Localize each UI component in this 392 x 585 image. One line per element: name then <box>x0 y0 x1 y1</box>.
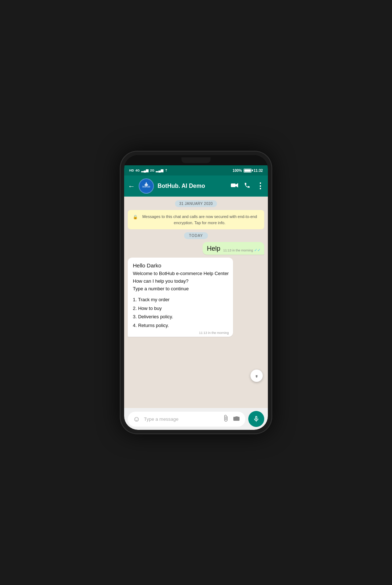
message-input-container[interactable]: ☺ Type a message <box>128 412 245 427</box>
mic-button[interactable] <box>248 411 264 427</box>
hd-badge: HD <box>129 169 134 172</box>
header-actions: ⋮ <box>231 181 264 191</box>
status-right: 100% 11:32 <box>233 169 263 173</box>
received-text: Hello Darko Welcome to BotHub e-commerce… <box>133 261 229 292</box>
battery-percent: 100% <box>233 169 242 173</box>
received-footer: 11:13 in the morning <box>133 331 229 335</box>
signal-bars-1: ▂▄▆ <box>141 169 148 172</box>
svg-rect-2 <box>231 183 236 187</box>
battery-icon <box>244 169 252 173</box>
menu-list: 1. Track my order 2. How to buy 3. Deliv… <box>133 295 229 330</box>
camera-notch <box>181 157 211 163</box>
date-chip: 31 JANUARY 2020 <box>175 200 217 207</box>
avatar[interactable]: bothub <box>139 178 154 194</box>
mic-icon <box>253 415 260 423</box>
2g-signal: 2G <box>150 169 154 172</box>
status-bar: HD 4G ▂▄▆ 2G ▂▄▆ ⇡ 100% 11:32 <box>124 165 268 176</box>
chat-header: ← bothub BotHub. AI Demo <box>124 176 268 197</box>
phone-top-bar <box>124 155 268 165</box>
header-info: BotHub. AI Demo <box>158 183 227 189</box>
status-left: HD 4G ▂▄▆ 2G ▂▄▆ ⇡ <box>129 169 168 172</box>
sent-time: 11:13 in the morning <box>223 249 253 252</box>
emoji-icon[interactable]: ☺ <box>133 415 140 423</box>
4g-signal: 4G <box>135 169 140 172</box>
signal-bars-2: ▂▄▆ <box>156 169 163 172</box>
message-sent-help: Help 11:13 in the morning ✓✓ <box>203 242 264 255</box>
more-options-icon[interactable]: ⋮ <box>256 181 264 191</box>
greeting-line: Hello Darko <box>133 261 229 270</box>
received-time: 11:13 in the morning <box>199 331 229 335</box>
scroll-down-button[interactable] <box>250 370 263 382</box>
menu-item-4: 4. Returns policy. <box>133 321 229 330</box>
attachment-icon[interactable] <box>222 415 229 424</box>
today-chip: TODAY <box>184 232 208 239</box>
welcome-line: Welcome to BotHub e-commerce Help Center <box>133 270 229 278</box>
message-placeholder: Type a message <box>144 416 219 422</box>
phone-call-icon[interactable] <box>244 182 250 190</box>
sent-meta: 11:13 in the morning ✓✓ <box>223 248 261 253</box>
sent-content: Help 11:13 in the morning ✓✓ <box>207 245 261 253</box>
menu-item-2: 2. How to buy <box>133 304 229 312</box>
bothub-logo: bothub <box>140 179 153 193</box>
clock: 11:32 <box>253 169 263 173</box>
message-received-bot: Hello Darko Welcome to BotHub e-commerce… <box>128 258 233 337</box>
menu-item-3: 3. Deliveries policy. <box>133 312 229 321</box>
phone-device: HD 4G ▂▄▆ 2G ▂▄▆ ⇡ 100% 11:32 ← bot <box>120 151 272 434</box>
read-receipt-icon: ✓✓ <box>254 248 261 253</box>
type-line: Type a number to continue <box>133 285 229 293</box>
lock-icon: 🔒 <box>133 214 138 220</box>
encryption-notice[interactable]: 🔒 Messages to this chat and calls are no… <box>128 210 264 229</box>
chat-area: 31 JANUARY 2020 🔒 Messages to this chat … <box>124 197 268 408</box>
phone-screen: HD 4G ▂▄▆ 2G ▂▄▆ ⇡ 100% 11:32 ← bot <box>124 155 268 430</box>
camera-icon[interactable] <box>233 415 240 424</box>
video-call-icon[interactable] <box>231 183 238 189</box>
sent-text: Help <box>207 245 220 253</box>
encryption-text: Messages to this chat and calls are now … <box>140 214 259 226</box>
help-line: How can I help you today? <box>133 278 229 285</box>
contact-name: BotHub. AI Demo <box>158 183 227 189</box>
wifi-icon: ⇡ <box>165 169 168 172</box>
menu-item-1: 1. Track my order <box>133 295 229 304</box>
back-button[interactable]: ← <box>128 182 135 190</box>
battery-fill <box>244 169 251 172</box>
input-bar: ☺ Type a message <box>124 408 268 430</box>
